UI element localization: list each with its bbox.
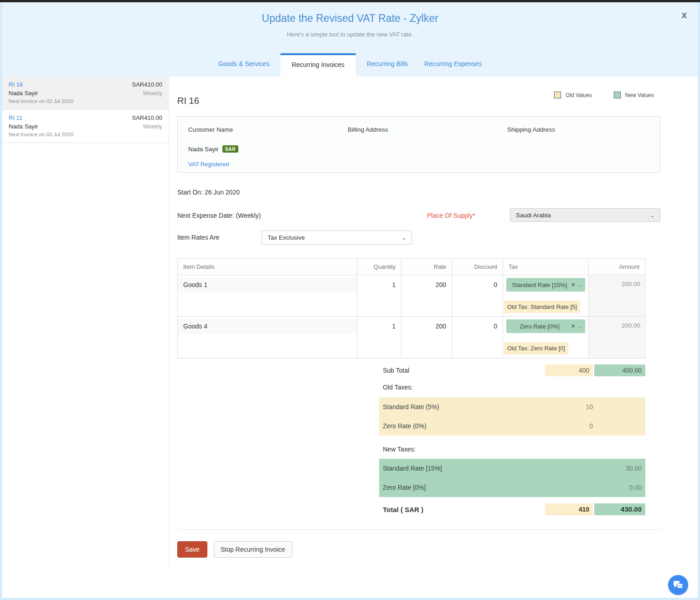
invoice-frequency: Weekly — [143, 123, 162, 130]
total-old-value: 410 — [545, 503, 593, 515]
amount-value: 200.00 — [589, 317, 645, 358]
old-tax-row: Standard Rate (5%) 10 — [379, 397, 645, 416]
invoice-amount: SAR410.00 — [132, 81, 163, 88]
col-header-discount: Discount — [452, 259, 503, 275]
tab-recurring-expenses[interactable]: Recurring Expenses — [416, 60, 490, 77]
chat-bubbles-icon — [673, 580, 684, 590]
discount-field[interactable]: 0 — [452, 275, 503, 288]
old-tax-name: Standard Rate (5%) — [383, 403, 586, 410]
old-tax-amount: 10 — [586, 403, 593, 410]
table-row: Goods 4 1 200 0 Zero Rate [0%] ✕ ⌄ Old T… — [178, 317, 645, 358]
billing-address-header: Billing Address — [348, 126, 388, 133]
chat-support-button[interactable] — [668, 575, 688, 595]
col-header-amount: Amount — [589, 259, 645, 275]
action-buttons: Save Stop Recurring Invoice — [177, 541, 292, 558]
new-taxes-block: Standard Rate [15%] 30.00 Zero Rate [0%]… — [379, 459, 645, 497]
amount-value: 200.00 — [589, 275, 645, 316]
chevron-down-icon: ⌄ — [577, 323, 582, 329]
new-tax-row: Standard Rate [15%] 30.00 — [379, 459, 645, 478]
invoice-id-link[interactable]: RI 16 — [9, 81, 23, 88]
customer-name-value: Nada Sayir — [188, 146, 219, 153]
chevron-down-icon: ⌄ — [577, 282, 582, 288]
old-taxes-block: Standard Rate (5%) 10 Zero Rate (0%) 0 — [379, 397, 645, 436]
new-tax-name: Zero Rate [0%] — [383, 484, 629, 491]
sub-total-label: Sub Total — [379, 367, 409, 374]
tab-recurring-bills[interactable]: Recurring Bills — [359, 60, 416, 77]
new-tax-amount: 0.00 — [629, 484, 642, 491]
sub-total-old-value: 400 — [545, 364, 593, 376]
table-row: Goods 1 1 200 0 Standard Rate [15%] ✕ ⌄ … — [178, 275, 645, 317]
line-items-table: Item Details Quantity Rate Discount Tax … — [177, 258, 645, 359]
tax-select[interactable]: Standard Rate [15%] ✕ ⌄ — [506, 278, 585, 292]
item-rates-label: Item Rates Are — [177, 234, 220, 241]
shipping-address-header: Shipping Address — [507, 126, 555, 133]
invoice-frequency: Weekly — [143, 90, 162, 97]
vat-registered-link[interactable]: VAT Registered — [188, 161, 229, 168]
close-icon[interactable]: X — [682, 11, 687, 21]
legend-old-values: Old Values — [554, 92, 592, 98]
old-tax-amount: 0 — [589, 422, 593, 430]
list-item-ri16[interactable]: RI 16 SAR410.00 Nada Sayir Weekly Next I… — [2, 77, 169, 110]
modal-header: Update the Revised VAT Rate - Zylker Her… — [2, 2, 698, 77]
next-invoice-date: Next Invoice on 03 Jul 2020 — [9, 132, 162, 137]
modal-subtitle: Here's a simple tool to update the new V… — [2, 31, 698, 38]
sub-total-new-value: 400.00 — [594, 364, 645, 376]
remove-tax-icon[interactable]: ✕ — [571, 323, 576, 329]
sub-total-row: Sub Total 400 400.00 — [379, 364, 645, 376]
stop-recurring-invoice-button[interactable]: Stop Recurring Invoice — [214, 541, 292, 558]
place-of-supply-select[interactable]: Saudi Arabia ⌄ — [510, 208, 660, 222]
col-header-item-details: Item Details — [178, 259, 357, 275]
total-label: Total ( SAR ) — [379, 506, 423, 513]
old-taxes-heading: Old Taxes: — [379, 384, 645, 391]
rate-field[interactable]: 200 — [401, 275, 452, 288]
item-name-field[interactable]: Goods 1 — [178, 278, 357, 292]
new-values-swatch-icon — [614, 92, 621, 98]
quantity-field[interactable]: 1 — [357, 275, 401, 288]
place-of-supply-value: Saudi Arabia — [510, 212, 650, 219]
discount-field[interactable]: 0 — [452, 317, 503, 330]
new-tax-amount: 30.00 — [626, 465, 642, 472]
customer-info-box: Customer Name Billing Address Shipping A… — [177, 116, 660, 173]
customer-name-header: Customer Name — [188, 126, 233, 133]
legend-label: Old Values — [566, 92, 592, 98]
customer-name: Nada Sayir — [9, 90, 38, 97]
invoice-id-link[interactable]: RI 11 — [9, 114, 22, 121]
old-tax-label: Old Tax: Zero Rate [0] — [504, 342, 568, 354]
old-tax-row: Zero Rate (0%) 0 — [379, 416, 645, 436]
tax-value: Standard Rate [15%] — [510, 282, 569, 288]
chevron-down-icon: ⌄ — [650, 212, 660, 219]
item-rates-value: Tax Exclusive — [262, 234, 401, 241]
footer-divider — [177, 529, 660, 530]
start-on-label: Start On: 26 Jun 2020 — [177, 189, 240, 196]
item-name-field[interactable]: Goods 4 — [178, 319, 357, 333]
remove-tax-icon[interactable]: ✕ — [571, 282, 576, 288]
old-tax-name: Zero Rate (0%) — [383, 422, 589, 430]
list-item-ri11[interactable]: RI 11 SAR410.00 Nada Sayir Weekly Next I… — [2, 110, 169, 143]
vat-update-modal: Update the Revised VAT Rate - Zylker Her… — [0, 2, 700, 600]
col-header-tax: Tax — [503, 259, 589, 275]
quantity-field[interactable]: 1 — [357, 317, 401, 330]
page-title: RI 16 — [177, 96, 199, 106]
recurring-invoice-list: RI 16 SAR410.00 Nada Sayir Weekly Next I… — [2, 77, 169, 598]
total-new-value: 430.00 — [594, 503, 645, 515]
new-tax-name: Standard Rate [15%] — [383, 465, 626, 472]
totals-section: Sub Total 400 400.00 Old Taxes: Standard… — [379, 361, 645, 515]
tab-goods-services[interactable]: Goods & Services — [210, 60, 278, 77]
tab-recurring-invoices[interactable]: Recurring Invoices — [280, 53, 356, 77]
next-invoice-date: Next Invoice on 03 Jul 2020 — [9, 98, 162, 104]
tab-bar: Goods & Services Recurring Invoices Recu… — [2, 53, 698, 77]
rate-field[interactable]: 200 — [401, 317, 452, 330]
chevron-down-icon: ⌄ — [401, 234, 412, 241]
save-button[interactable]: Save — [177, 541, 207, 558]
invoice-detail-panel: RI 16 Old Values New Values Customer Nam… — [169, 77, 698, 598]
place-of-supply-label: Place Of Supply* — [427, 212, 475, 219]
tax-select[interactable]: Zero Rate [0%] ✕ ⌄ — [506, 319, 585, 333]
new-tax-row: Zero Rate [0%] 0.00 — [379, 478, 645, 497]
currency-badge: SAR — [222, 145, 238, 153]
table-header-row: Item Details Quantity Rate Discount Tax … — [178, 259, 645, 275]
values-legend: Old Values New Values — [554, 92, 654, 98]
item-rates-select[interactable]: Tax Exclusive ⌄ — [262, 231, 412, 245]
col-header-quantity: Quantity — [357, 259, 401, 275]
col-header-rate: Rate — [401, 259, 452, 275]
old-values-swatch-icon — [554, 92, 561, 98]
